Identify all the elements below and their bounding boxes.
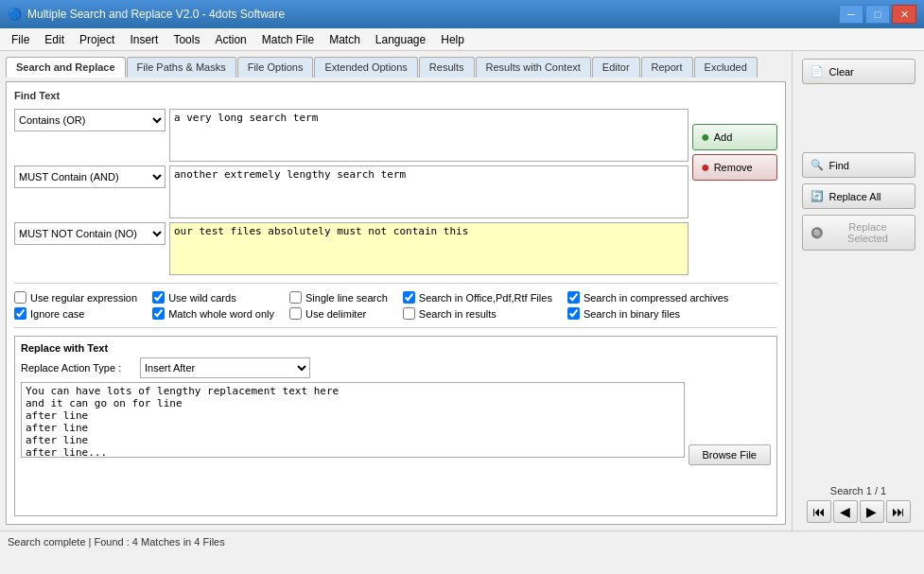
maximize-button[interactable]: □ <box>865 5 890 24</box>
replace-all-icon: 🔄 <box>811 190 824 202</box>
options-col-search1: Search in Office,Pdf,Rtf Files Search in… <box>403 291 552 320</box>
menu-insert[interactable]: Insert <box>122 31 166 48</box>
main-area: Search and Replace File Paths & Masks Fi… <box>0 51 924 531</box>
status-text: Search complete | Found : 4 Matches in 4… <box>8 536 225 548</box>
find-text-label: Find Text <box>14 90 777 101</box>
menu-matchfile[interactable]: Match File <box>254 31 322 48</box>
match-whole-word-label: Match whole word only <box>168 308 274 320</box>
search-textarea-3[interactable]: our test files absolutely must not conta… <box>169 222 689 275</box>
right-panel: 📄 Clear 🔍 Find 🔄 Replace All 🔘 Replace S… <box>792 51 924 531</box>
title-bar-left: 🔵 Multiple Search and Replace V2.0 - 4do… <box>8 8 285 21</box>
use-regex-label: Use regular expression <box>30 292 137 304</box>
replace-selected-icon: 🔘 <box>811 227 824 239</box>
replace-section-title: Replace with Text <box>21 342 771 354</box>
nav-first-button[interactable]: ⏮ <box>807 500 831 523</box>
remove-icon: ● <box>701 159 710 176</box>
tab-extended-options[interactable]: Extended Options <box>314 57 417 78</box>
left-panel: Search and Replace File Paths & Masks Fi… <box>0 51 792 531</box>
replace-all-button[interactable]: 🔄 Replace All <box>802 183 915 209</box>
use-wildcards-checkbox[interactable] <box>152 291 165 304</box>
tab-file-options[interactable]: File Options <box>237 57 314 78</box>
search-binary-label: Search in binary files <box>584 308 680 320</box>
replace-section: Replace with Text Replace Action Type : … <box>14 336 777 516</box>
nav-buttons: ⏮ ◀ ▶ ⏭ <box>807 500 911 523</box>
title-bar: 🔵 Multiple Search and Replace V2.0 - 4do… <box>0 0 924 28</box>
menu-project[interactable]: Project <box>72 31 122 48</box>
menu-bar: File Edit Project Insert Tools Action Ma… <box>0 28 924 51</box>
replace-action-select[interactable]: Insert After Replace Insert Before Delet… <box>140 357 310 378</box>
search-type-select-1[interactable]: Contains (OR) MUST Contain (AND) MUST NO… <box>14 109 166 131</box>
search-inputs: Contains (OR) MUST Contain (AND) MUST NO… <box>14 109 689 275</box>
menu-file[interactable]: File <box>4 31 37 48</box>
remove-button[interactable]: ● Remove <box>692 154 777 181</box>
nav-prev-button[interactable]: ◀ <box>833 500 858 523</box>
options-col-search2: Search in compressed archives Search in … <box>567 291 728 320</box>
match-whole-word-checkbox[interactable] <box>152 307 165 320</box>
ignore-case-label: Ignore case <box>30 308 84 320</box>
search-type-select-3[interactable]: Contains (OR) MUST Contain (AND) MUST NO… <box>14 222 166 245</box>
minimize-button[interactable]: ─ <box>839 5 863 24</box>
content-panel: Find Text Contains (OR) MUST Contain (AN… <box>6 81 786 525</box>
status-bar: Search complete | Found : 4 Matches in 4… <box>0 531 924 551</box>
tab-search-replace[interactable]: Search and Replace <box>6 57 126 78</box>
search-office-checkbox[interactable] <box>403 291 415 304</box>
menu-match[interactable]: Match <box>322 31 368 48</box>
tab-file-paths[interactable]: File Paths & Masks <box>127 57 236 78</box>
close-button[interactable]: ✕ <box>892 5 916 24</box>
use-delimiter-label: Use delimiter <box>305 308 366 320</box>
search-office-label: Search in Office,Pdf,Rtf Files <box>419 292 552 304</box>
tab-editor[interactable]: Editor <box>592 57 640 78</box>
find-button[interactable]: 🔍 Find <box>802 152 915 178</box>
add-remove-col: ● Add ● Remove <box>692 109 777 275</box>
search-type-select-2[interactable]: Contains (OR) MUST Contain (AND) MUST NO… <box>14 165 166 188</box>
replace-selected-button[interactable]: 🔘 Replace Selected <box>802 215 915 251</box>
search-compressed-checkbox[interactable] <box>567 291 580 304</box>
search-row-2: Contains (OR) MUST Contain (AND) MUST NO… <box>14 165 689 218</box>
single-line-row: Single line search <box>289 291 388 304</box>
search-compressed-row: Search in compressed archives <box>567 291 728 304</box>
search-binary-checkbox[interactable] <box>567 307 580 320</box>
search-results-checkbox[interactable] <box>403 307 415 320</box>
search-results-row: Search in results <box>403 307 552 320</box>
use-regex-row: Use regular expression <box>14 291 137 304</box>
window-title: Multiple Search and Replace V2.0 - 4dots… <box>27 8 285 21</box>
search-results-label: Search in results <box>419 308 497 320</box>
use-delimiter-row: Use delimiter <box>289 307 388 320</box>
nav-area: Search 1 / 1 ⏮ ◀ ▶ ⏭ <box>796 485 920 523</box>
app-icon: 🔵 <box>8 8 22 21</box>
tab-report[interactable]: Report <box>641 57 693 78</box>
search-row-1: Contains (OR) MUST Contain (AND) MUST NO… <box>14 109 689 162</box>
add-icon: ● <box>701 129 710 146</box>
replace-textarea[interactable]: You can have lots of lengthy replacement… <box>21 382 685 458</box>
menu-help[interactable]: Help <box>433 31 472 48</box>
use-regex-checkbox[interactable] <box>14 291 26 304</box>
nav-last-button[interactable]: ⏭ <box>886 500 911 523</box>
replace-action-row: Replace Action Type : Insert After Repla… <box>21 357 771 378</box>
tab-results[interactable]: Results <box>419 57 475 78</box>
menu-action[interactable]: Action <box>207 31 253 48</box>
add-button[interactable]: ● Add <box>692 124 777 150</box>
tab-excluded[interactable]: Excluded <box>694 57 758 78</box>
clear-button[interactable]: 📄 Clear <box>802 59 915 84</box>
match-whole-word-row: Match whole word only <box>152 307 274 320</box>
clear-icon: 📄 <box>811 65 824 78</box>
search-textarea-1[interactable]: a very long search term <box>169 109 689 162</box>
search-row-3: Contains (OR) MUST Contain (AND) MUST NO… <box>14 222 689 275</box>
use-wildcards-label: Use wild cards <box>168 292 236 304</box>
search-textarea-2[interactable]: another extremely lengthy search term <box>169 165 689 218</box>
browse-file-button[interactable]: Browse File <box>689 444 771 465</box>
search-office-row: Search in Office,Pdf,Rtf Files <box>403 291 552 304</box>
menu-language[interactable]: Language <box>368 31 433 48</box>
menu-edit[interactable]: Edit <box>37 31 72 48</box>
separator-1 <box>14 283 777 284</box>
find-replace-area: Contains (OR) MUST Contain (AND) MUST NO… <box>14 109 777 275</box>
use-wildcards-row: Use wild cards <box>152 291 274 304</box>
use-delimiter-checkbox[interactable] <box>289 307 302 320</box>
search-compressed-label: Search in compressed archives <box>584 292 728 304</box>
tab-results-context[interactable]: Results with Context <box>476 57 591 78</box>
single-line-checkbox[interactable] <box>289 291 302 304</box>
replace-action-label: Replace Action Type : <box>21 362 134 374</box>
ignore-case-checkbox[interactable] <box>14 307 26 320</box>
menu-tools[interactable]: Tools <box>166 31 207 48</box>
nav-next-button[interactable]: ▶ <box>860 500 884 523</box>
